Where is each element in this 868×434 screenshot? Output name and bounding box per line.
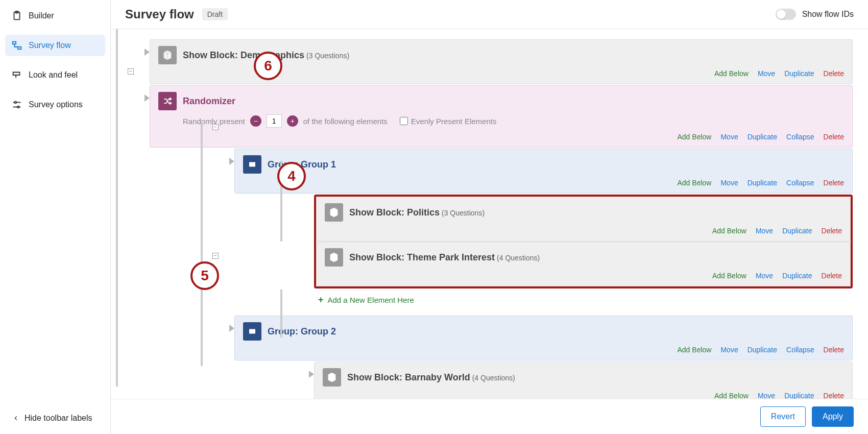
add-below[interactable]: Add Below (678, 346, 712, 354)
svg-rect-3 (18, 47, 21, 50)
annotation-5: 5 (190, 261, 219, 290)
delete[interactable]: Delete (824, 346, 844, 354)
svg-rect-2 (13, 42, 16, 44)
add-below[interactable]: Add Below (712, 227, 746, 235)
sidebar-item-builder[interactable]: Builder (5, 5, 105, 27)
add-below[interactable]: Add Below (678, 179, 712, 187)
sidebar-item-survey-flow[interactable]: Survey flow (5, 35, 105, 56)
collapse-toggle[interactable]: − (212, 124, 219, 130)
revert-button[interactable]: Revert (760, 406, 806, 427)
delete[interactable]: Delete (824, 69, 844, 78)
flow-canvas: + − 6 4 5 Show Block: Demographics(3 Que… (111, 29, 868, 399)
increment-button[interactable]: + (287, 115, 298, 127)
svg-rect-9 (249, 329, 255, 334)
move[interactable]: Move (758, 392, 775, 399)
duplicate[interactable]: Duplicate (748, 346, 777, 354)
svg-rect-8 (249, 162, 255, 167)
folder-icon (243, 155, 261, 174)
shuffle-icon (158, 92, 177, 110)
block-politics[interactable]: Show Block: Politics(3 Questions) Add Be… (316, 197, 851, 242)
duplicate[interactable]: Duplicate (784, 69, 814, 78)
add-below[interactable]: Add Below (712, 272, 746, 280)
arrow-icon (309, 371, 314, 378)
sidebar-item-label: Look and feel (29, 70, 78, 80)
paintbrush-icon (11, 69, 22, 81)
randomizer-card[interactable]: Randomizer Randomly present − + of the f… (150, 85, 853, 148)
collapse[interactable]: Collapse (786, 179, 814, 187)
move[interactable]: Move (756, 272, 773, 280)
group-2-card[interactable]: Group: Group 2 Add Below Move Duplicate … (234, 316, 853, 360)
sidebar-item-label: Survey flow (29, 41, 71, 50)
sliders-icon (11, 99, 22, 110)
svg-point-7 (17, 106, 19, 108)
decrement-button[interactable]: − (250, 115, 261, 127)
delete[interactable]: Delete (824, 179, 844, 187)
duplicate[interactable]: Duplicate (782, 272, 812, 280)
block-barnaby[interactable]: Show Block: Barnaby World(4 Questions) A… (314, 361, 853, 399)
delete[interactable]: Delete (824, 392, 844, 399)
status-badge: Draft (202, 8, 228, 20)
annotation-4: 4 (277, 162, 306, 190)
collapse-toggle[interactable]: − (212, 253, 219, 259)
annotation-6: 6 (254, 52, 282, 80)
sidebar-item-look-feel[interactable]: Look and feel (5, 64, 105, 86)
collapse-toggle[interactable]: − (128, 68, 134, 75)
delete[interactable]: Delete (822, 272, 842, 280)
delete[interactable]: Delete (822, 227, 842, 235)
folder-icon (243, 322, 261, 341)
svg-point-6 (14, 102, 16, 104)
group-1-card[interactable]: Group: Group 1 Add Below Move Duplicate … (234, 149, 853, 194)
bottombar: Revert Apply (111, 399, 868, 434)
arrow-icon (144, 94, 150, 102)
duplicate[interactable]: Duplicate (784, 392, 814, 399)
flow-icon (11, 40, 22, 51)
add-element-group1[interactable]: + Add a New Element Here (318, 291, 853, 309)
chevron-left-icon (12, 415, 19, 422)
add-below[interactable]: Add Below (714, 392, 749, 399)
sidebar-item-label: Survey options (29, 100, 83, 109)
add-below[interactable]: Add Below (678, 133, 712, 141)
move[interactable]: Move (720, 179, 738, 187)
topbar: Survey flow Draft Show flow IDs (111, 0, 868, 29)
randomizer-count-input[interactable] (267, 114, 282, 128)
cube-icon (158, 46, 177, 64)
cube-icon (323, 368, 341, 387)
move[interactable]: Move (758, 69, 775, 78)
collapse[interactable]: Collapse (786, 133, 814, 141)
move[interactable]: Move (720, 346, 738, 354)
duplicate[interactable]: Duplicate (748, 179, 777, 187)
plus-icon: + (318, 295, 324, 305)
collapse[interactable]: Collapse (786, 346, 814, 354)
evenly-present-checkbox[interactable] (400, 117, 408, 125)
arrow-icon (229, 325, 234, 332)
duplicate[interactable]: Duplicate (782, 227, 812, 235)
hide-toolbar-labels[interactable]: Hide toolbar labels (12, 414, 92, 423)
move[interactable]: Move (720, 133, 738, 141)
delete[interactable]: Delete (824, 133, 844, 141)
arrow-icon (229, 158, 234, 165)
sidebar-item-label: Builder (29, 11, 54, 20)
apply-button[interactable]: Apply (812, 406, 854, 427)
block-theme-park[interactable]: Show Block: Theme Park Interest(4 Questi… (316, 242, 851, 286)
add-below[interactable]: Add Below (714, 69, 749, 78)
arrow-icon (144, 49, 150, 56)
toggle-label: Show flow IDs (802, 10, 854, 19)
sidebar-item-survey-options[interactable]: Survey options (5, 94, 105, 115)
show-flow-ids-toggle[interactable] (776, 9, 796, 20)
cube-icon (325, 248, 343, 267)
page-title: Survey flow (125, 7, 194, 21)
cube-icon (325, 203, 343, 222)
duplicate[interactable]: Duplicate (748, 133, 777, 141)
move[interactable]: Move (756, 227, 773, 235)
clipboard-icon (11, 10, 22, 21)
